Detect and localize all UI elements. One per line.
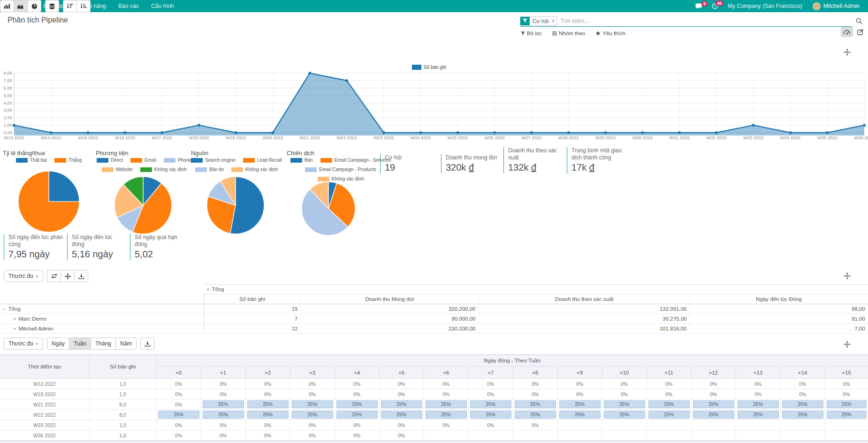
pivot-value-cell: 101.816,00 bbox=[479, 324, 690, 334]
cohort-cell: 25% bbox=[513, 410, 557, 420]
filter-buttons-row: Bộ lọc Nhóm theo Yêu thích bbox=[521, 29, 625, 38]
legend-item: Email bbox=[130, 158, 156, 163]
cohort-cell bbox=[557, 420, 602, 430]
search-input[interactable] bbox=[560, 16, 852, 26]
dashboard-view-button[interactable] bbox=[841, 27, 853, 37]
stacked-toggle-button[interactable] bbox=[45, 0, 59, 12]
interval-year-button[interactable]: Năm bbox=[115, 338, 137, 350]
pie-slice bbox=[220, 177, 236, 205]
legend-label: Bán bbox=[305, 158, 313, 163]
groupby-button[interactable]: Nhóm theo bbox=[552, 30, 585, 36]
pie-chart-button[interactable] bbox=[27, 0, 41, 12]
pie-title: Chiến dịch bbox=[287, 150, 314, 157]
cohort-cell: 0% bbox=[825, 379, 868, 389]
pivot-row-label[interactable]: +Mitchell Admin bbox=[0, 324, 204, 334]
cohort-cell: 25% bbox=[335, 399, 379, 410]
interval-week-button[interactable]: Tuần bbox=[69, 338, 91, 350]
favorites-button[interactable]: Yêu thích bbox=[595, 30, 625, 36]
pivot-value-cell: 90.000,00 bbox=[301, 314, 479, 324]
kpi-value: 5,02 bbox=[135, 248, 187, 260]
cohort-offset-header: +14 bbox=[780, 367, 825, 379]
cohort-cell: 0% bbox=[513, 379, 557, 389]
facet-remove-icon[interactable]: × bbox=[551, 17, 557, 25]
cohort-cell: 25% bbox=[513, 399, 557, 410]
pivot-corner-cell bbox=[0, 285, 204, 294]
bar-chart-icon bbox=[4, 3, 10, 9]
pivot-row-label[interactable]: +Marc Demo bbox=[0, 314, 204, 324]
cohort-offset-header: +1 bbox=[201, 367, 245, 379]
cohort-cell: 0% bbox=[335, 430, 379, 441]
expand-all-button[interactable] bbox=[61, 270, 75, 282]
cohort-cell: 0% bbox=[691, 379, 736, 389]
cohort-highlight-cell: 25% bbox=[292, 411, 333, 419]
sort-ascending-button[interactable] bbox=[76, 0, 91, 12]
cohort-expand-button[interactable] bbox=[844, 341, 851, 349]
cohort-row-label: W21 2022 bbox=[0, 399, 89, 410]
cohort-cell: 25% bbox=[379, 399, 424, 410]
graph-expand-button[interactable] bbox=[844, 49, 851, 57]
legend-label: Không xác định bbox=[245, 167, 278, 172]
top-navbar: CRM Bán hàng Tiềm năng Báo cáo Cấu hình … bbox=[0, 0, 868, 12]
cohort-row: W22 20228,025%25%25%25%25%25%25%25%25%25… bbox=[0, 410, 868, 420]
pivot-column-group-header[interactable]: +Tổng bbox=[204, 285, 868, 294]
company-switcher[interactable]: My Company (San Francisco) bbox=[728, 3, 802, 9]
interval-day-button[interactable]: Ngày bbox=[47, 338, 69, 350]
menu-cau-hinh[interactable]: Cấu hình bbox=[145, 0, 180, 12]
cohort-cell bbox=[825, 420, 868, 430]
line-chart-button[interactable] bbox=[14, 0, 28, 12]
cohort-total-row-partial bbox=[0, 441, 868, 443]
sort-amount-desc-icon bbox=[67, 3, 73, 9]
currency-symbol: đ bbox=[469, 162, 474, 173]
pivot-row-label[interactable]: −Tổng bbox=[0, 304, 204, 314]
pivot-measure-header[interactable]: Số bản ghi bbox=[204, 294, 301, 304]
cohort-highlight-cell: 25% bbox=[247, 400, 289, 408]
cohort-download-button[interactable] bbox=[140, 338, 154, 350]
cohort-cell: 0% bbox=[335, 379, 379, 389]
view-switcher bbox=[841, 27, 867, 37]
interval-month-button[interactable]: Tháng bbox=[91, 338, 116, 350]
flip-axis-button[interactable] bbox=[47, 270, 61, 282]
cohort-highlight-cell: 25% bbox=[559, 400, 601, 408]
download-xlsx-button[interactable] bbox=[74, 270, 88, 282]
download-icon bbox=[78, 273, 84, 279]
user-menu[interactable]: Mitchell Admin bbox=[813, 2, 860, 10]
cohort-highlight-cell: 25% bbox=[604, 411, 645, 419]
svg-text:2,00: 2,00 bbox=[4, 115, 13, 120]
pivot-measure-header[interactable]: Ngày đến lúc Đóng bbox=[690, 294, 868, 304]
pivot-expand-button[interactable] bbox=[844, 272, 851, 281]
cohort-cell: 25% bbox=[379, 410, 424, 420]
bar-chart-button[interactable] bbox=[0, 0, 14, 12]
svg-text:W21 2022: W21 2022 bbox=[300, 135, 320, 140]
search-facet[interactable]: Cơ hội × bbox=[520, 16, 557, 26]
cohort-offset-header: +10 bbox=[602, 367, 647, 379]
legend-color-chip bbox=[191, 158, 203, 163]
svg-text:1,00: 1,00 bbox=[4, 122, 13, 128]
kpi-label: Cơ hội bbox=[385, 154, 437, 161]
activities-badge: 46 bbox=[715, 0, 723, 6]
sort-descending-button[interactable] bbox=[63, 0, 77, 12]
cohort-offset-header: +8 bbox=[513, 367, 557, 379]
pie-slice bbox=[328, 182, 337, 209]
legend-label: Thắng bbox=[69, 158, 82, 163]
edit-dashboard-button[interactable] bbox=[854, 27, 867, 37]
kpi-label: Doanh thu mong đợi bbox=[446, 154, 500, 161]
search-bar: Cơ hội × bbox=[520, 15, 862, 27]
pivot-value-cell: 7,00 bbox=[690, 324, 868, 334]
cohort-measures-button[interactable]: Thước đo▼ bbox=[4, 338, 43, 350]
activities-button[interactable]: 46 bbox=[712, 3, 718, 9]
pivot-measure-header[interactable]: Doanh thu Mong đợi bbox=[301, 294, 479, 304]
pivot-measures-button[interactable]: Thước đo▼ bbox=[4, 270, 43, 282]
svg-text:3,00: 3,00 bbox=[4, 107, 13, 113]
menu-bao-cao[interactable]: Báo cáo bbox=[112, 0, 145, 12]
svg-text:W36 2022: W36 2022 bbox=[854, 135, 868, 140]
pivot-measure-header[interactable]: Doanh thu theo xác suất bbox=[479, 294, 690, 304]
kpi-card: Doanh thu mong đợi320k đ bbox=[441, 154, 500, 174]
cohort-cell: 0% bbox=[736, 379, 780, 389]
filters-button[interactable]: Bộ lọc bbox=[521, 30, 542, 36]
svg-text:W18 2022: W18 2022 bbox=[189, 135, 209, 140]
cohort-highlight-cell: 25% bbox=[247, 411, 289, 419]
messages-button[interactable]: 9 bbox=[695, 3, 702, 9]
search-icon[interactable] bbox=[856, 18, 862, 24]
cohort-highlight-cell: 25% bbox=[203, 400, 244, 408]
systray: 9 46 My Company (San Francisco) Mitchell… bbox=[695, 2, 863, 10]
